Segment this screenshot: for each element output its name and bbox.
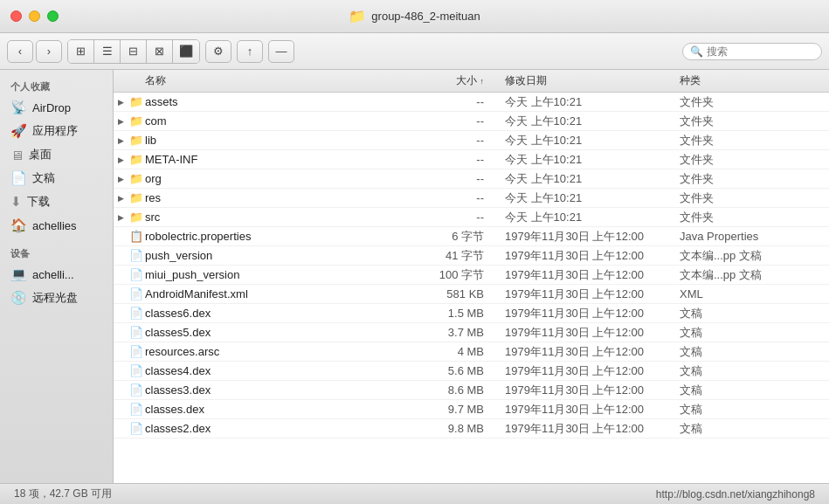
expand-arrow-icon[interactable]: ▶ (114, 213, 128, 222)
view-buttons: ⊞ ☰ ⊟ ⊠ ⬛ (67, 39, 200, 64)
share-icon: ↑ (247, 45, 253, 58)
row-filesize: -- (411, 153, 498, 166)
row-filename: res (145, 191, 411, 204)
row-filename: resources.arsc (145, 345, 411, 358)
sidebar-item-apps[interactable]: 🚀 应用程序 (3, 120, 109, 142)
minimize-button[interactable] (29, 10, 40, 22)
expand-arrow-icon[interactable]: ▶ (114, 175, 128, 183)
icon-view-button[interactable]: ⊞ (68, 40, 94, 63)
icon-view-icon: ⊞ (76, 45, 86, 58)
file-type-icon: 📄 (128, 345, 145, 358)
expand-arrow-icon[interactable]: ▶ (114, 194, 128, 203)
share-button[interactable]: ↑ (237, 40, 263, 63)
row-filename: push_version (145, 249, 411, 262)
file-type-icon: 📁 (128, 172, 145, 185)
row-kind: 文稿 (673, 402, 829, 418)
row-filename: src (145, 211, 411, 224)
search-input[interactable] (707, 45, 812, 58)
arrange-button[interactable]: ⚙ (205, 40, 231, 63)
expand-arrow-icon[interactable]: ▶ (114, 117, 128, 126)
sidebar-item-airdrop[interactable]: 📡 AirDrop (3, 96, 109, 119)
table-row[interactable]: ▶📁src--今天 上午10:21文件夹 (114, 208, 829, 227)
expand-arrow-icon[interactable]: ▶ (114, 155, 128, 164)
file-type-icon: 📄 (128, 307, 145, 320)
file-list: ▶📁assets--今天 上午10:21文件夹▶📁com--今天 上午10:21… (114, 93, 829, 483)
list-view-icon: ☰ (102, 45, 113, 58)
sidebar-item-achelli[interactable]: 💻 achelli... (3, 263, 109, 286)
back-icon: ‹ (18, 45, 22, 58)
favorites-section-label: 个人收藏 (0, 77, 113, 95)
cover-view-button[interactable]: ⊠ (147, 40, 173, 63)
col-size-header[interactable]: 大小 ↑ (411, 73, 498, 88)
folder-icon: 📁 (349, 8, 366, 24)
row-filesize: -- (411, 172, 498, 185)
forward-button[interactable]: › (36, 40, 62, 63)
col-date-header[interactable]: 修改日期 (498, 73, 673, 88)
row-kind: 文稿 (673, 383, 829, 398)
row-date: 今天 上午10:21 (498, 152, 673, 168)
row-filesize: -- (411, 114, 498, 128)
row-date: 今天 上午10:21 (498, 171, 673, 187)
table-row[interactable]: 📄resources.arsc4 MB1979年11月30日 上午12:00文稿 (114, 342, 829, 362)
row-kind: 文件夹 (673, 152, 829, 168)
sidebar-item-achellies-label: achellies (32, 219, 77, 232)
table-row[interactable]: 📄miui_push_version100 字节1979年11月30日 上午12… (114, 266, 829, 285)
file-type-icon: 📁 (128, 114, 145, 128)
table-row[interactable]: ▶📁com--今天 上午10:21文件夹 (114, 112, 829, 131)
sidebar-item-docs[interactable]: 📄 文稿 (3, 167, 109, 190)
row-filesize: 100 字节 (411, 267, 498, 283)
maximize-button[interactable] (47, 10, 59, 22)
table-row[interactable]: ▶📁lib--今天 上午10:21文件夹 (114, 131, 829, 150)
sidebar-item-achellies[interactable]: 🏠 achellies (3, 214, 109, 237)
file-area: 名称 大小 ↑ 修改日期 种类 ▶📁assets--今天 上午10:21文件夹▶… (114, 70, 829, 483)
sidebar-item-apps-label: 应用程序 (32, 123, 78, 139)
table-row[interactable]: 📄classes2.dex9.8 MB1979年11月30日 上午12:00文稿 (114, 419, 829, 438)
action-button[interactable]: — (268, 40, 294, 63)
table-row[interactable]: ▶📁assets--今天 上午10:21文件夹 (114, 93, 829, 112)
table-row[interactable]: 📄classes3.dex8.6 MB1979年11月30日 上午12:00文稿 (114, 381, 829, 400)
row-filesize: 4 MB (411, 345, 498, 358)
row-kind: 文件夹 (673, 114, 829, 129)
list-view-button[interactable]: ☰ (94, 40, 121, 63)
col-name-header[interactable]: 名称 (114, 73, 411, 88)
file-type-icon: 📁 (128, 211, 145, 224)
table-row[interactable]: ▶📁org--今天 上午10:21文件夹 (114, 169, 829, 189)
column-view-button[interactable]: ⊟ (121, 40, 147, 63)
search-box[interactable]: 🔍 (682, 43, 822, 60)
table-row[interactable]: 📄push_version41 字节1979年11月30日 上午12:00文本编… (114, 246, 829, 266)
row-kind: 文件夹 (673, 190, 829, 206)
forward-icon: › (47, 45, 51, 58)
group-view-button[interactable]: ⬛ (173, 40, 199, 63)
row-filesize: 1.5 MB (411, 307, 498, 320)
disc-icon: 💿 (10, 290, 27, 306)
back-button[interactable]: ‹ (7, 40, 33, 63)
main-layout: 个人收藏 📡 AirDrop 🚀 应用程序 🖥 桌面 📄 文稿 ⬇ 下载 🏠 a… (0, 70, 829, 483)
table-row[interactable]: 📄AndroidManifest.xml581 KB1979年11月30日 上午… (114, 285, 829, 304)
col-kind-header[interactable]: 种类 (673, 73, 829, 88)
table-row[interactable]: 📄classes5.dex3.7 MB1979年11月30日 上午12:00文稿 (114, 323, 829, 342)
expand-arrow-icon[interactable]: ▶ (114, 98, 128, 107)
window-title: group-486_2-meituan (371, 10, 480, 23)
row-filename: robolectric.properties (145, 230, 411, 243)
row-filesize: 9.7 MB (411, 403, 498, 416)
row-date: 今天 上午10:21 (498, 190, 673, 206)
table-row[interactable]: ▶📁res--今天 上午10:21文件夹 (114, 189, 829, 208)
table-row[interactable]: 📄classes4.dex5.6 MB1979年11月30日 上午12:00文稿 (114, 362, 829, 381)
row-date: 1979年11月30日 上午12:00 (498, 287, 673, 302)
row-filename: assets (145, 95, 411, 108)
sidebar-item-downloads[interactable]: ⬇ 下载 (3, 190, 109, 213)
row-filename: com (145, 114, 411, 128)
row-kind: 文稿 (673, 363, 829, 379)
sidebar-item-remote-disc[interactable]: 💿 远程光盘 (3, 287, 109, 309)
table-row[interactable]: 📋robolectric.properties6 字节1979年11月30日 上… (114, 227, 829, 246)
expand-arrow-icon[interactable]: ▶ (114, 136, 128, 145)
row-date: 1979年11月30日 上午12:00 (498, 306, 673, 321)
table-row[interactable]: 📄classes.dex9.7 MB1979年11月30日 上午12:00文稿 (114, 400, 829, 419)
close-button[interactable] (10, 10, 22, 22)
table-row[interactable]: 📄classes6.dex1.5 MB1979年11月30日 上午12:00文稿 (114, 304, 829, 323)
action-icon: — (276, 45, 287, 58)
sidebar-item-desktop[interactable]: 🖥 桌面 (3, 143, 109, 166)
table-row[interactable]: ▶📁META-INF--今天 上午10:21文件夹 (114, 150, 829, 169)
docs-icon: 📄 (10, 170, 27, 186)
row-filesize: 581 KB (411, 287, 498, 300)
